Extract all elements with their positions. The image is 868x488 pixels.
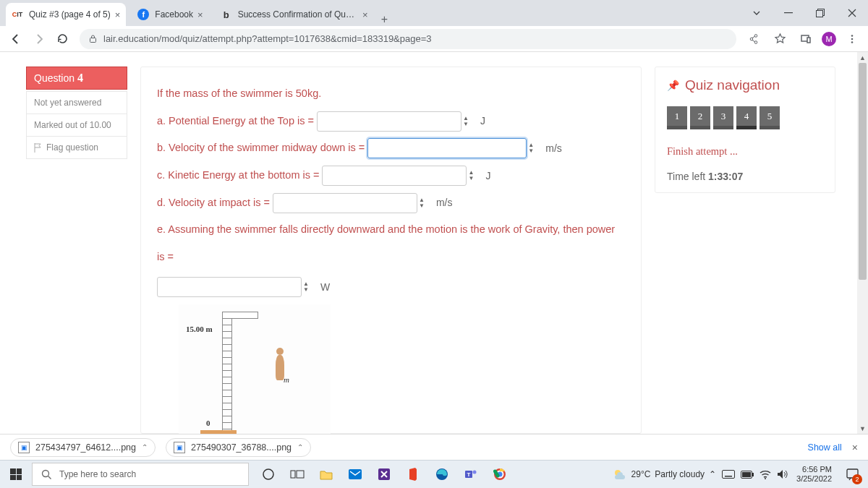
- chevron-up-icon[interactable]: ⌃: [142, 443, 148, 451]
- page-content: Question 4 Not yet answered Marked out o…: [0, 52, 857, 434]
- part-b-input[interactable]: [367, 138, 527, 158]
- stepper-icon[interactable]: ▲▼: [419, 194, 430, 212]
- weather-widget[interactable]: 29°C Partly cloudy: [613, 468, 705, 481]
- reload-button[interactable]: [52, 29, 72, 49]
- chevron-down-icon[interactable]: [741, 2, 773, 24]
- scrollbar[interactable]: ▲ ▼: [857, 52, 868, 434]
- part-a-input[interactable]: [317, 111, 461, 132]
- stepper-icon[interactable]: ▲▼: [468, 167, 480, 184]
- browser-tab[interactable]: f Facebook ×: [132, 3, 208, 26]
- download-filename: 275490307_36788....png: [191, 442, 292, 453]
- maximize-button[interactable]: [804, 2, 836, 24]
- part-e-unit: W: [320, 274, 330, 300]
- start-button[interactable]: [1, 461, 30, 489]
- diagram-height-label: 15.00 m: [186, 319, 213, 340]
- menu-icon[interactable]: [842, 29, 862, 49]
- download-filename: 275434797_64612....png: [35, 442, 136, 453]
- close-icon[interactable]: ×: [362, 9, 368, 20]
- download-item[interactable]: ▣ 275490307_36788....png ⌃: [166, 438, 311, 457]
- svg-point-5: [750, 38, 753, 40]
- stepper-icon[interactable]: ▲▼: [463, 113, 475, 130]
- volume-icon[interactable]: [777, 469, 788, 479]
- part-e-input[interactable]: [157, 277, 302, 297]
- url-input[interactable]: lair.education/mod/quiz/attempt.php?atte…: [80, 29, 736, 49]
- star-icon[interactable]: [770, 29, 790, 49]
- finish-attempt-link[interactable]: Finish attempt ...: [667, 145, 823, 158]
- svg-point-9: [851, 35, 854, 37]
- svg-point-12: [43, 470, 49, 476]
- part-d-input[interactable]: [273, 193, 417, 213]
- part-b-unit: m/s: [545, 135, 562, 161]
- scroll-up-icon[interactable]: ▲: [857, 52, 868, 63]
- forward-button[interactable]: [29, 29, 49, 49]
- new-tab-button[interactable]: +: [374, 13, 395, 26]
- device-icon[interactable]: [796, 29, 816, 49]
- show-all-downloads[interactable]: Show all: [808, 442, 842, 453]
- favicon-facebook: f: [137, 9, 149, 20]
- close-icon[interactable]: ×: [852, 442, 858, 453]
- taskbar-search[interactable]: Type here to search: [32, 463, 249, 486]
- teams-icon[interactable]: T: [457, 461, 485, 489]
- part-d-label: d. Velocity at impact is =: [157, 189, 270, 217]
- download-item[interactable]: ▣ 275434797_64612....png ⌃: [10, 438, 156, 457]
- image-file-icon: ▣: [18, 442, 30, 453]
- tray-chevron-icon[interactable]: ⌃: [709, 469, 716, 479]
- edge-icon[interactable]: [428, 461, 456, 489]
- nav-question-5[interactable]: 5: [760, 106, 780, 129]
- mail-icon[interactable]: [341, 461, 369, 489]
- nav-question-3[interactable]: 3: [713, 106, 733, 129]
- diagram-ladder: [222, 319, 232, 434]
- search-icon: [41, 469, 52, 480]
- stepper-icon[interactable]: ▲▼: [303, 278, 315, 296]
- address-bar: lair.education/mod/quiz/attempt.php?atte…: [0, 26, 868, 52]
- notifications-icon[interactable]: 2: [841, 463, 864, 486]
- chevron-up-icon[interactable]: ⌃: [297, 443, 303, 451]
- weather-icon: [613, 468, 627, 481]
- pin-icon[interactable]: 📌: [667, 80, 679, 91]
- part-a-unit: J: [480, 108, 485, 134]
- close-icon[interactable]: ×: [197, 9, 203, 20]
- svg-rect-0: [784, 12, 793, 13]
- nav-question-2[interactable]: 2: [690, 106, 710, 129]
- browser-tab[interactable]: b Success Confirmation of Question ×: [215, 3, 374, 26]
- minimize-button[interactable]: [773, 2, 804, 24]
- flag-question-button[interactable]: Flag question: [26, 137, 127, 159]
- svg-rect-15: [297, 471, 304, 478]
- close-icon[interactable]: ×: [115, 9, 121, 20]
- part-c-input[interactable]: [322, 166, 467, 186]
- office-icon[interactable]: [399, 461, 427, 489]
- taskbar-clock[interactable]: 6:56 PM 3/25/2022: [792, 465, 836, 484]
- part-d-unit: m/s: [436, 189, 453, 215]
- question-body: If the mass of the swimmer is 50kg. a. P…: [140, 67, 642, 434]
- svg-rect-3: [90, 38, 96, 43]
- favicon-cit: CIT: [12, 9, 23, 20]
- nav-question-4[interactable]: 4: [736, 106, 757, 129]
- task-view-icon[interactable]: [284, 461, 311, 489]
- part-c-unit: J: [485, 163, 490, 189]
- image-file-icon: ▣: [174, 442, 185, 453]
- profile-avatar[interactable]: M: [822, 32, 836, 46]
- cortana-icon[interactable]: [255, 461, 282, 489]
- app-icon[interactable]: [370, 461, 398, 489]
- nav-question-1[interactable]: 1: [667, 106, 687, 129]
- question-intro: If the mass of the swimmer is 50kg.: [157, 80, 625, 108]
- diagram-zero-label: 0: [206, 413, 210, 434]
- wifi-icon[interactable]: [760, 470, 771, 479]
- keyboard-icon[interactable]: [722, 470, 735, 479]
- close-button[interactable]: [836, 2, 868, 24]
- svg-point-11: [851, 41, 854, 43]
- stepper-icon[interactable]: ▲▼: [528, 140, 540, 157]
- svg-rect-2: [817, 11, 823, 17]
- browser-tab-active[interactable]: CIT Quiz #3 (page 4 of 5) ×: [6, 3, 126, 26]
- battery-icon[interactable]: [741, 471, 754, 479]
- quiz-navigation-panel: 📌 Quiz navigation 1 2 3 4 5 Finish attem…: [655, 67, 835, 193]
- favicon-brainly: b: [221, 9, 232, 20]
- file-explorer-icon[interactable]: [312, 461, 340, 489]
- share-icon[interactable]: [744, 29, 764, 49]
- scroll-down-icon[interactable]: ▼: [857, 423, 868, 434]
- back-button[interactable]: [6, 29, 26, 49]
- chrome-icon[interactable]: [486, 461, 514, 489]
- notification-badge: 2: [852, 474, 862, 484]
- svg-rect-27: [725, 476, 732, 477]
- scroll-thumb[interactable]: [859, 63, 867, 280]
